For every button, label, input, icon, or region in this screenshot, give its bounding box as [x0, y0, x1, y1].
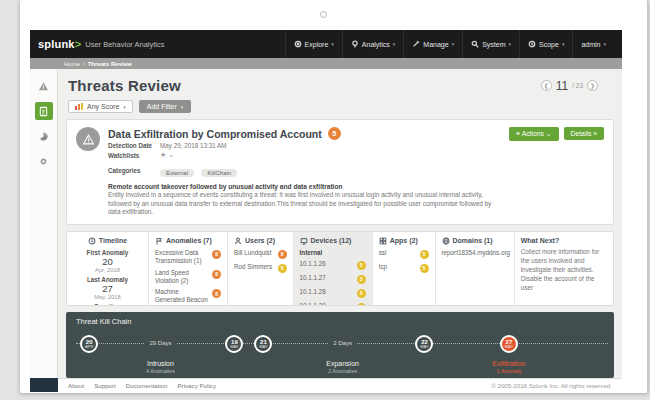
threat-alert-icon [76, 127, 100, 151]
device-score-badge: 5 [357, 303, 366, 305]
category-pill[interactable]: External [160, 169, 194, 177]
footer-link-about[interactable]: About [68, 382, 84, 389]
app-item[interactable]: tcp5 [379, 263, 429, 273]
anomaly-item[interactable]: Land Speed Violation (2)8 [155, 269, 221, 285]
warning-triangle-icon [38, 81, 49, 92]
threat-actions: ≡ Actions ⌄ Details » [509, 127, 604, 217]
first-anomaly-label: First Anomaly [73, 249, 142, 256]
device-item[interactable]: 10.1.1.275 [300, 274, 366, 284]
kill-chain-node[interactable]: 19MAY [225, 335, 243, 353]
monitor-frame: splunk> User Behavior Analytics Explore▾… [20, 0, 648, 393]
magnifier-icon [471, 40, 479, 48]
kill-chain-node[interactable]: 21MAY [254, 335, 272, 353]
detection-date-value: May 29, 2018 13:31 AM [160, 142, 227, 149]
score-filter-dropdown[interactable]: Any Score▾ [68, 100, 133, 113]
duration-label: Duration [73, 303, 142, 305]
splunk-uba-app: splunk> User Behavior Analytics Explore▾… [30, 30, 622, 392]
category-pill[interactable]: KillChain [201, 169, 237, 177]
threat-title: Data Exfiltration by Compromised Account [108, 128, 322, 140]
device-item[interactable]: 10.1.1.295 [300, 302, 366, 305]
footer-row: About Support Documentation Privacy Poli… [30, 378, 622, 392]
apps-panel: Apps (2) ssl5 tcp5 [373, 232, 436, 305]
gear-icon [38, 156, 49, 167]
nav-analytics[interactable]: Analytics▾ [342, 30, 404, 58]
sidebar-item-analytics-dashboard[interactable] [35, 127, 53, 145]
nav-explore[interactable]: Explore▾ [285, 30, 342, 58]
globe-icon [442, 237, 450, 245]
device-item[interactable]: 10.1.1.285 [300, 288, 366, 298]
top-nav: splunk> User Behavior Analytics Explore▾… [30, 30, 622, 58]
apps-grid-icon [379, 237, 387, 245]
domain-item[interactable]: report18354.myddns.org [442, 249, 508, 257]
splunk-logo: splunk> [38, 38, 81, 50]
app-item[interactable]: ssl5 [379, 249, 429, 259]
add-filter-button[interactable]: Add Filter▾ [139, 100, 191, 113]
what-next-text: Collect more information for the users i… [521, 248, 607, 293]
nav-admin[interactable]: admin▾ [572, 30, 614, 58]
sidebar-item-anomalies[interactable] [35, 77, 53, 95]
filter-bar: Any Score▾ Add Filter▾ [68, 100, 612, 113]
prev-threat-button[interactable]: ❮ [541, 80, 552, 91]
sidebar-item-settings[interactable] [35, 152, 53, 170]
product-name: User Behavior Analytics [85, 40, 164, 49]
flag-icon [155, 237, 163, 245]
watchlist-star-icon[interactable]: ★ ⌄ [160, 151, 174, 159]
last-anomaly-date: May, 2018 [73, 294, 142, 300]
pager-total: / 23 [572, 82, 583, 89]
users-panel: Users (2) Bill Lundquist8 Rod Simmers5 [228, 232, 294, 305]
lightbulb-icon [351, 40, 359, 48]
pager-current: 11 [556, 79, 568, 93]
user-item[interactable]: Rod Simmers5 [234, 263, 287, 273]
anomaly-item[interactable]: Machine Generated Beacon (1)8 [155, 288, 221, 305]
kill-chain-timeline: 29 Days 2 Days 20APR 19MAY 21MAY 22MAY 2… [76, 328, 604, 380]
app-score-badge: 5 [420, 264, 429, 273]
device-score-badge: 5 [357, 275, 366, 284]
score-bars-icon [75, 103, 83, 110]
threat-card: Data Exfiltration by Compromised Account… [66, 119, 614, 225]
eye-icon [294, 40, 302, 48]
footer-link-support[interactable]: Support [94, 382, 116, 389]
wrench-icon [412, 40, 420, 48]
nav-scope[interactable]: Scope▾ [519, 30, 572, 58]
devices-panel: Devices (12) Internal 10.1.1.265 10.1.1.… [294, 232, 373, 305]
main-content: Threats Review ❮ 11 / 23 ❯ Any Score▾ [58, 69, 622, 378]
details-button[interactable]: Details » [564, 127, 604, 140]
user-score-badge: 5 [278, 264, 287, 273]
anomalies-panel: Anomalies (7) Excessive Data Transmissio… [149, 232, 228, 305]
footer-link-privacy[interactable]: Privacy Policy [177, 382, 216, 389]
nav-manage[interactable]: Manage▾ [403, 30, 462, 58]
nav-system[interactable]: System▾ [462, 30, 519, 58]
timeline-panel: Timeline First Anomaly 20 Apr, 2018 Last… [67, 232, 149, 305]
kill-chain-node[interactable]: 20APR [80, 335, 98, 353]
clock-icon [528, 40, 536, 48]
next-threat-button[interactable]: ❯ [587, 80, 598, 91]
left-sidebar [30, 69, 58, 378]
first-anomaly-day: 20 [73, 256, 142, 267]
threat-summary: Remote account takeover followed by unus… [108, 183, 501, 190]
phase-intrusion: Intrusion4 Anomalies [146, 360, 175, 374]
user-item[interactable]: Bill Lundquist8 [234, 249, 287, 259]
anomaly-score-badge: 8 [212, 289, 221, 298]
segment-duration: 29 Days [144, 340, 176, 346]
breadcrumb-current: Threats Review [88, 61, 132, 67]
device-group-label: Internal [300, 249, 366, 256]
last-anomaly-label: Last Anomaly [73, 276, 142, 283]
anomaly-score-badge: 8 [212, 250, 221, 259]
categories-label: Categories [108, 167, 154, 174]
threat-kill-chain: Threat Kill Chain 29 Days 2 Days 20APR 1… [66, 312, 614, 378]
page-title: Threats Review [68, 77, 181, 94]
camera-dot-icon [320, 11, 327, 18]
footer-link-documentation[interactable]: Documentation [126, 382, 168, 389]
nav-menus: Explore▾ Analytics▾ Manage▾ System▾ [285, 30, 614, 58]
page-header: Threats Review ❮ 11 / 23 ❯ [68, 77, 612, 94]
threat-details: Data Exfiltration by Compromised Account… [108, 127, 501, 217]
device-item[interactable]: 10.1.1.265 [300, 260, 366, 270]
breadcrumb-home[interactable]: Home [64, 61, 80, 67]
actions-button[interactable]: ≡ Actions ⌄ [509, 127, 558, 141]
sidebar-item-threats-review[interactable] [35, 102, 53, 120]
kill-chain-node[interactable]: 22MAY [415, 335, 433, 353]
anomaly-item[interactable]: Excessive Data Transmission (1)8 [155, 249, 221, 265]
kill-chain-node-exfiltration[interactable]: 27MAY [500, 335, 518, 353]
user-icon [234, 237, 242, 245]
anomaly-score-badge: 8 [212, 270, 221, 279]
